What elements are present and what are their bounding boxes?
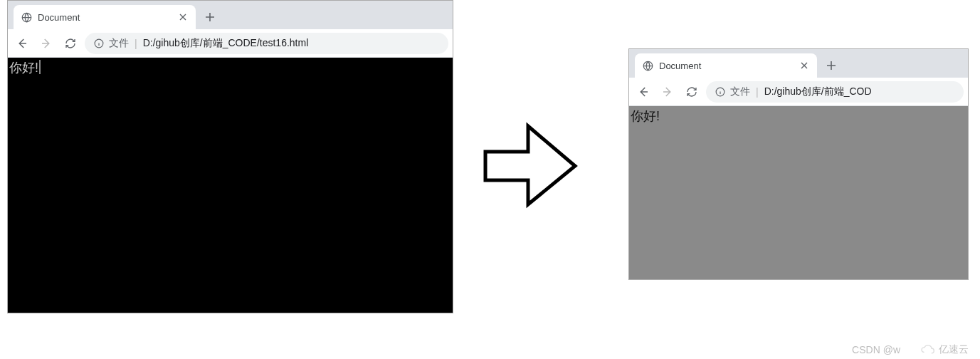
new-tab-button[interactable]	[821, 56, 841, 76]
address-bar[interactable]: 文件 | D:/gihub创库/前端_CODE/test16.html	[85, 33, 448, 54]
tab-title: Document	[659, 61, 793, 71]
watermark-csdn: CSDN @w	[852, 344, 900, 355]
browser-window-left: Document 文件 | D:/gihub创库/前端_CODE/test16.…	[7, 0, 453, 313]
reload-button[interactable]	[682, 82, 702, 102]
viewport: 你好!	[629, 106, 968, 279]
page-text: 你好!	[631, 109, 660, 123]
browser-window-right: Document 文件 | D:/gihub创库/前端_COD	[628, 48, 969, 280]
reload-button[interactable]	[60, 33, 80, 53]
page-content-gray: 你好!	[629, 106, 968, 279]
globe-icon	[642, 60, 653, 71]
new-tab-button[interactable]	[200, 7, 220, 27]
text-caret	[39, 60, 41, 74]
address-separator: |	[133, 38, 139, 49]
watermark-yisu-text: 亿速云	[939, 343, 969, 356]
info-icon	[93, 38, 105, 48]
page-content-dark: 你好!	[8, 58, 453, 313]
globe-icon	[21, 11, 32, 23]
close-icon[interactable]	[177, 11, 189, 23]
watermark-yisu: 亿速云	[920, 343, 969, 356]
tab-active[interactable]: Document	[635, 53, 817, 78]
info-icon	[715, 87, 726, 97]
watermark: CSDN @w 亿速云	[852, 343, 969, 356]
address-separator: |	[754, 86, 760, 98]
tabstrip: Document	[8, 1, 453, 29]
tab-active[interactable]: Document	[14, 5, 196, 29]
viewport: 你好!	[8, 58, 453, 313]
tabstrip: Document	[629, 49, 968, 78]
address-prefix: 文件	[730, 85, 750, 98]
forward-button[interactable]	[658, 82, 678, 102]
toolbar: 文件 | D:/gihub创库/前端_CODE/test16.html	[8, 29, 453, 58]
forward-button[interactable]	[36, 33, 56, 53]
page-text: 你好!	[9, 61, 38, 75]
address-prefix: 文件	[109, 37, 129, 50]
back-button[interactable]	[12, 33, 32, 53]
tab-title: Document	[38, 12, 172, 23]
close-icon[interactable]	[799, 60, 810, 71]
address-bar[interactable]: 文件 | D:/gihub创库/前端_COD	[706, 81, 964, 103]
arrow-icon	[477, 118, 584, 214]
address-url: D:/gihub创库/前端_COD	[764, 85, 872, 98]
address-url: D:/gihub创库/前端_CODE/test16.html	[143, 37, 309, 50]
back-button[interactable]	[633, 82, 653, 102]
toolbar: 文件 | D:/gihub创库/前端_COD	[629, 78, 968, 106]
